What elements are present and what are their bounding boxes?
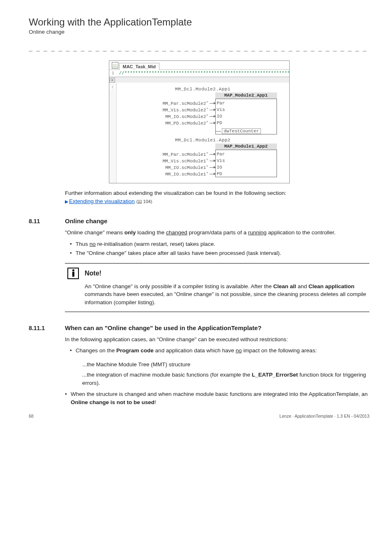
scroll-left-button[interactable]: ◂ [109, 78, 115, 83]
doc-id: Lenze · ApplicationTemplate · 1.3 EN - 0… [279, 414, 369, 419]
fbd-block: MM_Dcl.Module1.App2 MAP_Module1_App2 MM_… [119, 138, 287, 177]
info-icon [67, 268, 79, 279]
horizontal-scrollbar[interactable]: ◂ [109, 77, 289, 83]
signal-label: MM_Vis.scModule1⊖ [129, 158, 210, 164]
page-title: Working with the ApplicationTemplate [29, 16, 369, 28]
bullet-list: When the structure is changed and when m… [65, 390, 369, 406]
paragraph: "Online change" means only loading the c… [65, 229, 369, 237]
block-instance-label: MM_Dcl.Module1.App2 [119, 138, 287, 143]
list-item: Changes on the Program code and applicat… [70, 347, 369, 355]
sub-paragraph: ...the integration of machine module bas… [82, 371, 369, 387]
fbd-block: MM_Dcl.Module2.App1 MAP_Module2_App1 MM_… [119, 87, 287, 134]
code-comment-row: 1 //************************************… [109, 70, 289, 77]
bullet-list: Changes on the Program code and applicat… [70, 347, 369, 355]
line-number: 1 [112, 71, 115, 76]
section-title: When can an "Online change" be used in t… [65, 324, 261, 331]
diagram-body: MM_Dcl.Module2.App1 MAP_Module2_App1 MM_… [109, 83, 289, 183]
editor-tab[interactable]: MAC_Task_Mid [119, 63, 159, 70]
note-box: Note! An "Online change" is only possibl… [65, 263, 369, 312]
page-number: 68 [29, 414, 34, 419]
tab-bar: ⬚ MAC_Task_Mid [109, 61, 289, 70]
section-title: Online change [65, 217, 107, 224]
section-number: 8.11 [29, 218, 65, 224]
signal-label: MM_IO.scModule2⊖ [129, 113, 210, 119]
block-instance-label: MM_Dcl.Module2.App1 [119, 87, 287, 92]
gutter [109, 83, 117, 183]
separator-line: _ _ _ _ _ _ _ _ _ _ _ _ _ _ _ _ _ _ _ _ … [29, 44, 369, 51]
paragraph: Further information about extending the … [65, 189, 369, 205]
signal-label: MM_Vis.scModule2⊖ [129, 107, 210, 113]
section-number: 8.11.1 [29, 325, 65, 331]
section-heading: 8.11 Online change [29, 217, 369, 224]
link-arrow-icon: ▶ [65, 199, 68, 204]
block-type-label: MAP_Module2_App1 [215, 92, 277, 99]
list-item: When the structure is changed and when m… [65, 390, 369, 406]
list-item: Thus no re-initialisation (warm restart,… [70, 240, 369, 248]
list-item: The "Online change" takes place after al… [70, 249, 369, 257]
paragraph: In the following application cases, an "… [65, 335, 369, 344]
note-body: An "Online change" is only possible if a… [85, 282, 367, 307]
page-footer: 68 Lenze · ApplicationTemplate · 1.3 EN … [29, 414, 369, 419]
signal-label: MM_PD.scModule2⊖ [129, 120, 210, 126]
note-title: Note! [85, 270, 101, 277]
page-subtitle: Online change [29, 29, 369, 35]
link-extending-visualization[interactable]: Extending the visualization [69, 198, 135, 204]
comment-text: //**************************************… [119, 71, 289, 76]
section-heading: 8.11.1 When can an "Online change" be us… [29, 324, 369, 331]
bullet-list: Thus no re-initialisation (warm restart,… [70, 240, 369, 257]
signal-label: MM_IO.scModule1⊖ [129, 171, 210, 177]
fold-marker[interactable] [111, 85, 115, 89]
signal-label: MM_Par.scModule2⊖ [129, 100, 210, 106]
signal-label: MM_Par.scModule1⊖ [129, 151, 210, 157]
signal-label: MM_IO.scModule1⊖ [129, 164, 210, 170]
block-type-label: MAP_Module1_App2 [215, 143, 277, 150]
sub-paragraph: ...the Machine Module Tree (MMT) structu… [82, 361, 369, 369]
file-icon: ⬚ [112, 62, 118, 69]
code-diagram: ⬚ MAC_Task_Mid 1 //*********************… [109, 60, 290, 183]
page-reference: (104) [136, 199, 152, 204]
